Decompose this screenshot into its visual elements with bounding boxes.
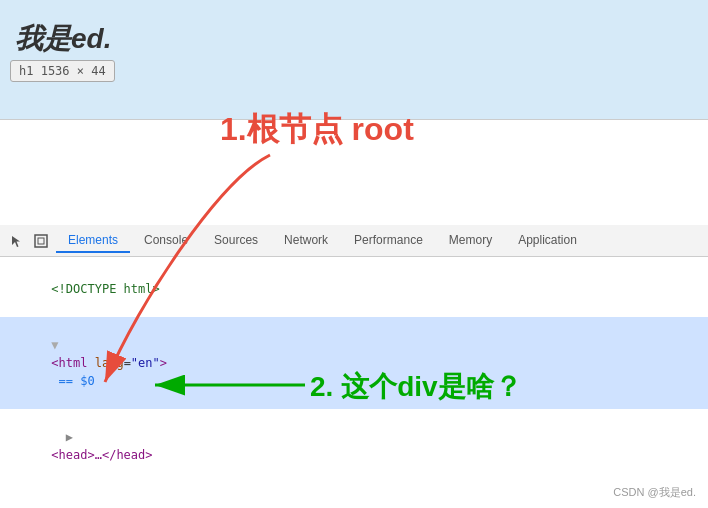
- doctype-text: <!DOCTYPE html>: [51, 282, 159, 296]
- tag-open: <html: [51, 356, 94, 370]
- box-inspect-icon[interactable]: [32, 232, 50, 250]
- title-text-italic: ed.: [71, 23, 111, 54]
- tab-console[interactable]: Console: [132, 229, 200, 253]
- tab-performance[interactable]: Performance: [342, 229, 435, 253]
- tab-memory[interactable]: Memory: [437, 229, 504, 253]
- devtools-panel: Elements Console Sources Network Perform…: [0, 225, 708, 508]
- tab-network[interactable]: Network: [272, 229, 340, 253]
- dollar-zero: == $0: [51, 374, 94, 388]
- watermark: CSDN @我是ed.: [613, 485, 696, 500]
- dom-line-head[interactable]: ▶ <head>…</head>: [0, 409, 708, 483]
- tab-application[interactable]: Application: [506, 229, 589, 253]
- title-text-normal: 我是: [15, 23, 71, 54]
- annotation-root-label: 1.根节点 root: [220, 108, 414, 152]
- element-size-tooltip: h1 1536 × 44: [10, 60, 115, 82]
- ellipsis: ▼: [51, 338, 58, 352]
- tab-sources[interactable]: Sources: [202, 229, 270, 253]
- arrow-head: ▶: [66, 430, 73, 444]
- dom-line-doctype[interactable]: <!DOCTYPE html>: [0, 261, 708, 317]
- annotation-div-label: 2. 这个div是啥？: [310, 368, 522, 406]
- svg-rect-0: [35, 235, 47, 247]
- cursor-icon[interactable]: [8, 232, 26, 250]
- arrow-body: ▼: [66, 504, 73, 508]
- browser-page: 我是ed. h1 1536 × 44: [0, 0, 708, 120]
- svg-rect-1: [38, 238, 44, 244]
- tab-elements[interactable]: Elements: [56, 229, 130, 253]
- devtools-toolbar: Elements Console Sources Network Perform…: [0, 225, 708, 257]
- dom-line-body[interactable]: ▼ <body>: [0, 483, 708, 508]
